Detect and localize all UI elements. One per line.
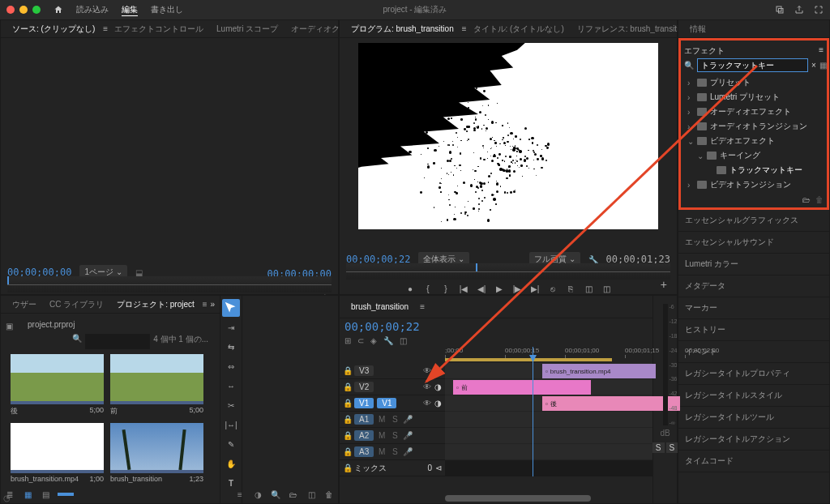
pen-tool[interactable]: ✎ — [222, 435, 240, 453]
prog-lift-icon[interactable]: ⎋ — [547, 283, 558, 294]
timeline-playhead[interactable] — [533, 347, 533, 476]
share-icon[interactable] — [794, 5, 804, 15]
source-tab-effectcontrols[interactable]: エフェクトコントロール — [108, 20, 210, 38]
audio-track-header[interactable]: 🔒A2MS🎤 — [340, 428, 445, 444]
tl-marker-icon[interactable]: ◈ — [370, 336, 377, 345]
effects-tree-item[interactable]: ›オーディオエフェクト — [684, 105, 824, 119]
panel-stack-item[interactable]: エッセンシャルグラフィックス — [678, 210, 829, 232]
timeline-tab[interactable]: brush_transition — [344, 299, 415, 314]
video-track-header[interactable]: 🔒V1V1👁◑ — [340, 395, 445, 412]
panel-stack-item[interactable]: マーカー — [678, 297, 829, 319]
source-tab-clip[interactable]: ソース: (クリップなし) — [6, 20, 101, 38]
workspace-edit[interactable]: 編集 — [122, 4, 138, 16]
timeline-clip[interactable]: ▫前 — [453, 380, 591, 395]
sort-icon[interactable]: ≡ — [234, 489, 246, 500]
window-maximize-button[interactable] — [32, 6, 41, 14]
ripple-tool[interactable]: ⇆ — [222, 338, 240, 356]
program-plus-button[interactable]: + — [661, 278, 667, 291]
panel-menu-icon[interactable]: ≡ — [819, 45, 824, 57]
panel-stack-item[interactable]: Lumetri カラー — [678, 254, 829, 275]
prog-goto-out-icon[interactable]: ▶| — [529, 283, 541, 294]
panel-stack-item[interactable]: レガシータイトルツール — [678, 407, 829, 429]
prog-step-back-icon[interactable]: ◀| — [476, 283, 487, 294]
roll-tool[interactable]: ⇔ — [222, 357, 240, 375]
freeform-view-icon[interactable]: ▤ — [40, 489, 51, 500]
auto-label-icon[interactable]: ◑ — [252, 489, 263, 500]
prog-play-icon[interactable]: ▶ — [494, 283, 505, 294]
browser-tab[interactable]: ウザー — [6, 296, 43, 314]
project-tab[interactable]: プロジェクト: project — [110, 296, 201, 314]
video-track-header[interactable]: 🔒V2👁◑ — [340, 379, 445, 395]
panel-stack-item[interactable]: レガシータイトルプロパティ — [678, 363, 829, 385]
window-close-button[interactable] — [6, 6, 15, 14]
quick-export-icon[interactable] — [775, 5, 785, 15]
effects-tree-item[interactable]: ›オーディオトランジション — [684, 119, 824, 134]
prog-in-icon[interactable]: { — [422, 283, 434, 294]
effects-tree-item[interactable]: ›ビデオトランジション — [684, 177, 824, 192]
prog-out-icon[interactable]: } — [440, 283, 451, 294]
panel-stack-item[interactable]: レガシータイトルスタイル — [678, 385, 829, 407]
prog-compare-icon[interactable]: ◫ — [601, 283, 612, 294]
effects-search-input[interactable] — [697, 58, 808, 72]
timeline-ruler[interactable]: ;00;0000;00;00;1500;00;01;0000;00;01;150… — [445, 347, 652, 363]
prog-marker-icon[interactable]: ● — [404, 283, 416, 294]
prog-extract-icon[interactable]: ⎘ — [565, 283, 576, 294]
audio-track-header[interactable]: 🔒A1MS🎤 — [340, 412, 445, 428]
tl-linked-icon[interactable]: ⊂ — [357, 336, 364, 345]
tl-snap-icon[interactable]: ⊞ — [344, 336, 351, 345]
trash-icon[interactable]: 🗑 — [323, 489, 335, 500]
panel-stack-item[interactable]: タイムコード — [678, 451, 829, 472]
timeline-clip[interactable]: ▫後 — [542, 396, 680, 411]
effects-tree-item[interactable]: ⌄ビデオエフェクト — [684, 134, 824, 148]
source-scale-icon[interactable]: ⬓ — [135, 268, 143, 277]
find-icon[interactable]: 🔍 — [270, 489, 281, 500]
track-select-tool[interactable]: ⇥ — [222, 318, 240, 336]
timeline-clip[interactable]: ▫brush_transition.mp4 — [542, 364, 656, 378]
timeline-zoom-handle[interactable] — [445, 495, 591, 502]
tl-wrench-icon[interactable]: 🔧 — [383, 336, 393, 345]
work-area-bar[interactable] — [445, 358, 612, 361]
source-tab-lumetri[interactable]: Lumetri スコープ — [210, 20, 285, 38]
effects-tree-item[interactable]: ›プリセット — [684, 75, 824, 90]
audio-track-header[interactable]: 🔒A3MS🎤 — [340, 444, 445, 460]
project-search-input[interactable] — [85, 334, 150, 349]
timeline-timecode[interactable]: 00;00;00;22 — [344, 320, 420, 333]
trash-icon[interactable]: 🗑 — [815, 195, 824, 204]
video-track-header[interactable]: 🔒V3👁◑ — [340, 363, 445, 379]
fullscreen-icon[interactable] — [814, 5, 824, 15]
program-ruler[interactable] — [346, 263, 670, 280]
effects-badge-icon[interactable]: ▦ — [819, 61, 827, 70]
program-tab-reference[interactable]: リファレンス: brush_transition — [571, 20, 695, 38]
panel-stack-item[interactable]: ヒストリー — [678, 319, 829, 341]
clear-search-icon[interactable]: × — [811, 61, 816, 70]
window-minimize-button[interactable] — [19, 6, 28, 14]
hand-tool[interactable]: ✋ — [222, 455, 240, 472]
program-tab-main[interactable]: プログラム: brush_transition — [344, 20, 460, 38]
source-ruler[interactable] — [7, 276, 332, 293]
new-item-icon[interactable]: ◫ — [306, 489, 317, 500]
info-tab[interactable]: 情報 — [683, 20, 712, 38]
prog-goto-in-icon[interactable]: |◀ — [458, 283, 469, 294]
prog-export-frame-icon[interactable]: ◫ — [583, 283, 594, 294]
home-icon[interactable] — [53, 5, 63, 15]
program-tab-title[interactable]: タイトル: (タイトルなし) — [467, 20, 571, 38]
slip-tool[interactable]: |↔| — [222, 416, 240, 434]
program-wrench-icon[interactable]: 🔧 — [588, 255, 598, 264]
tl-captions-icon[interactable]: ◫ — [400, 336, 407, 345]
new-bin-icon[interactable]: 🗁 — [802, 195, 811, 204]
zoom-slider[interactable] — [58, 493, 74, 496]
search-icon[interactable]: 🔍 — [72, 334, 82, 349]
project-item[interactable]: 前5;00 — [110, 354, 203, 416]
rate-tool[interactable]: ↔ — [222, 377, 240, 395]
project-item[interactable]: 後5;00 — [11, 354, 104, 416]
effects-tree-item[interactable]: ›Lumetri プリセット — [684, 90, 824, 105]
project-item[interactable]: brush_transition.mp41;00 — [11, 423, 104, 483]
panel-stack-item[interactable]: レガシータイトルアクション — [678, 429, 829, 451]
meter-solo-right[interactable]: S — [666, 442, 678, 453]
panel-stack-item[interactable]: メタデータ — [678, 275, 829, 297]
panel-stack-item[interactable]: エッセンシャルサウンド — [678, 232, 829, 254]
effects-tree-item[interactable]: ⌄キーイング — [684, 148, 824, 163]
program-monitor[interactable] — [358, 43, 658, 229]
icon-view-icon[interactable]: ▦ — [22, 489, 33, 500]
effects-tab[interactable]: エフェクト — [684, 45, 725, 57]
